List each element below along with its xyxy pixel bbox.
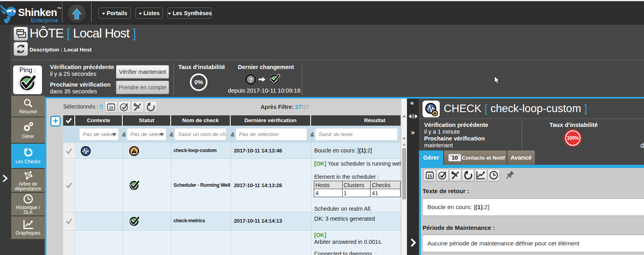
svg-text:?: ?: [249, 76, 252, 83]
svg-text:10: 10: [452, 154, 458, 161]
svg-text:15: 15: [109, 106, 114, 110]
svg-text:15: 15: [427, 174, 432, 178]
